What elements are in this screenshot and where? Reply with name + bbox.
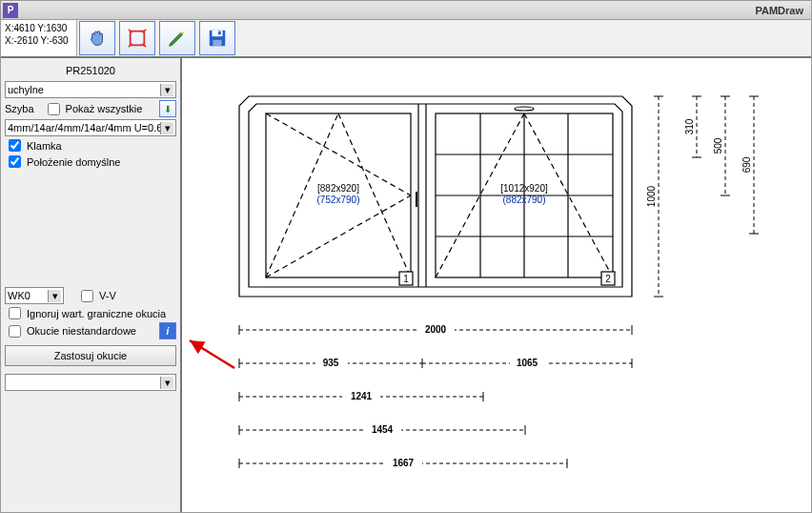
glass-select-value: 4mm/14ar/4mm/14ar/4mm U=0.6 <box>8 122 160 133</box>
app-icon: P <box>3 3 18 18</box>
glass-select[interactable]: 4mm/14ar/4mm/14ar/4mm U=0.6 ▾ <box>5 119 176 136</box>
type-select[interactable]: uchylne ▾ <box>5 81 176 98</box>
hand-icon <box>87 28 108 49</box>
dim-1065: 1065 <box>517 358 538 368</box>
klamka-label: Klamka <box>27 140 62 152</box>
pane2-sub: (882x790) <box>502 195 545 205</box>
vv-label: V-V <box>99 290 116 301</box>
polozenie-label: Położenie domyślne <box>27 156 120 168</box>
extra-select[interactable]: ▾ <box>5 374 176 391</box>
pencil-icon <box>167 28 188 49</box>
svg-rect-0 <box>131 31 145 46</box>
pane1-number: 1 <box>403 274 409 284</box>
dim-935: 935 <box>323 358 339 368</box>
dim-1454: 1454 <box>372 424 394 435</box>
dim-2000: 2000 <box>425 324 447 335</box>
svg-rect-3 <box>213 40 221 46</box>
fit-tool-button[interactable] <box>119 21 155 55</box>
sidebar: PR251020 uchylne ▾ Szyba Pokaż wszystkie… <box>1 58 182 512</box>
wk-select[interactable]: WK0 ▾ <box>5 287 64 304</box>
coords-line2: X:-2610 Y:-630 <box>5 34 72 47</box>
vv-checkbox[interactable] <box>81 290 93 302</box>
titlebar: P PAMDraw <box>1 1 811 20</box>
szyba-label: Szyba <box>5 103 34 114</box>
save-icon <box>207 28 228 49</box>
nonstd-label: Okucie niestandardowe <box>27 325 136 337</box>
svg-point-22 <box>515 107 534 111</box>
polozenie-checkbox[interactable] <box>9 155 21 168</box>
nonstd-checkbox[interactable] <box>9 325 21 338</box>
dim-690: 690 <box>741 156 752 173</box>
pan-tool-button[interactable] <box>79 21 115 55</box>
dim-500: 500 <box>713 137 723 154</box>
edit-tool-button[interactable] <box>159 21 195 55</box>
ignore-limits-checkbox[interactable] <box>9 307 21 319</box>
dim-1241: 1241 <box>351 391 373 401</box>
save-tool-button[interactable] <box>199 21 235 55</box>
chevron-down-icon[interactable]: ▾ <box>160 377 173 389</box>
chevron-down-icon[interactable]: ▾ <box>48 290 61 302</box>
show-all-checkbox[interactable] <box>48 103 60 115</box>
pane1-dim: [882x920] <box>317 183 359 194</box>
dim-310: 310 <box>684 118 695 134</box>
pane2-dim: [1012x920] <box>500 183 548 194</box>
pane2-number: 2 <box>605 274 611 284</box>
drawing-canvas[interactable]: 1 2 [882x920] (752x790) [1012x920] (882x… <box>182 58 811 512</box>
glass-download-button[interactable]: ⬇ <box>159 100 176 117</box>
show-all-label: Pokaż wszystkie <box>66 103 143 114</box>
dim-1000: 1000 <box>646 185 657 207</box>
download-icon: ⬇ <box>164 104 172 114</box>
type-select-value: uchylne <box>8 84 44 95</box>
coords-line1: X:4610 Y:1630 <box>5 22 72 34</box>
project-heading: PR251020 <box>5 62 176 79</box>
chevron-down-icon[interactable]: ▾ <box>160 122 173 134</box>
chevron-down-icon[interactable]: ▾ <box>160 84 173 96</box>
pane1-sub: (752x790) <box>316 195 359 205</box>
ignore-limits-label: Ignoruj wart. graniczne okucia <box>27 308 166 319</box>
dim-1667: 1667 <box>393 458 415 468</box>
toolbar: X:4610 Y:1630 X:-2610 Y:-630 <box>1 20 811 58</box>
app-title: PAMDraw <box>755 5 809 16</box>
apply-button[interactable]: Zastosuj okucie <box>5 345 176 366</box>
klamka-checkbox[interactable] <box>9 139 21 152</box>
fit-icon <box>127 28 148 49</box>
info-button[interactable]: i <box>159 322 176 339</box>
svg-rect-2 <box>213 31 223 36</box>
svg-rect-4 <box>218 31 221 35</box>
coordinates-readout: X:4610 Y:1630 X:-2610 Y:-630 <box>1 20 77 56</box>
wk-select-value: WK0 <box>8 290 30 301</box>
